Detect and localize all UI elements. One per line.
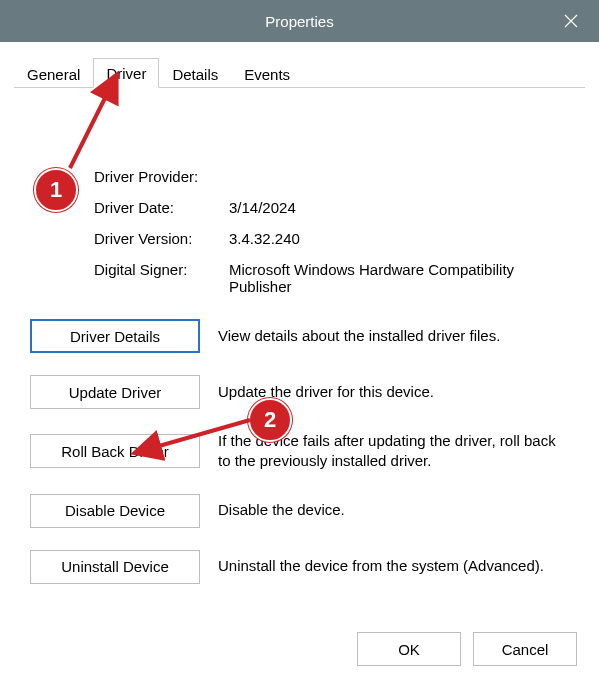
window-title: Properties bbox=[265, 13, 333, 30]
dialog-footer: OK Cancel bbox=[357, 632, 577, 666]
driver-details-desc: View details about the installed driver … bbox=[218, 326, 569, 346]
date-value: 3/14/2024 bbox=[229, 199, 569, 216]
tab-general[interactable]: General bbox=[14, 59, 93, 88]
cancel-button[interactable]: Cancel bbox=[473, 632, 577, 666]
tab-driver[interactable]: Driver bbox=[93, 58, 159, 88]
version-value: 3.4.32.240 bbox=[229, 230, 569, 247]
close-button[interactable] bbox=[543, 0, 599, 42]
annotation-marker-1: 1 bbox=[34, 168, 78, 212]
close-icon bbox=[564, 14, 578, 28]
version-label: Driver Version: bbox=[94, 230, 229, 247]
ok-button[interactable]: OK bbox=[357, 632, 461, 666]
uninstall-device-desc: Uninstall the device from the system (Ad… bbox=[218, 556, 569, 576]
driver-details-button[interactable]: Driver Details bbox=[30, 319, 200, 353]
provider-label: Driver Provider: bbox=[94, 168, 229, 185]
date-label: Driver Date: bbox=[94, 199, 229, 216]
roll-back-driver-button[interactable]: Roll Back Driver bbox=[30, 434, 200, 468]
signer-label: Digital Signer: bbox=[94, 261, 229, 295]
disable-device-desc: Disable the device. bbox=[218, 500, 569, 520]
tab-row: General Driver Details Events bbox=[14, 56, 585, 88]
provider-value bbox=[229, 168, 569, 185]
annotation-marker-2: 2 bbox=[248, 398, 292, 442]
update-driver-button[interactable]: Update Driver bbox=[30, 375, 200, 409]
driver-panel: Driver Provider: Driver Date: 3/14/2024 … bbox=[14, 88, 585, 602]
tab-details[interactable]: Details bbox=[159, 59, 231, 88]
title-bar: Properties bbox=[0, 0, 599, 42]
disable-device-button[interactable]: Disable Device bbox=[30, 494, 200, 528]
signer-value: Microsoft Windows Hardware Compatibility… bbox=[229, 261, 569, 295]
uninstall-device-button[interactable]: Uninstall Device bbox=[30, 550, 200, 584]
tab-events[interactable]: Events bbox=[231, 59, 303, 88]
